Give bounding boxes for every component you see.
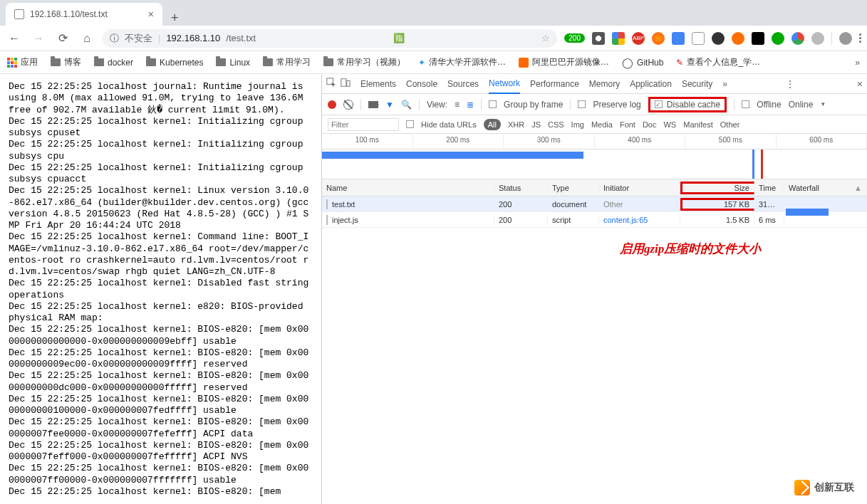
bookmark-item[interactable]: ✦清华大学开源软件… [418,56,506,68]
svg-rect-1 [341,79,346,87]
tab-console[interactable]: Console [406,75,437,93]
extension-icon[interactable]: ABP [632,32,645,45]
extension-icon[interactable] [732,32,744,45]
translate-icon[interactable]: 🈯 [393,33,405,43]
hide-urls-checkbox[interactable] [406,120,414,128]
menu-button[interactable] [859,33,861,43]
devtools-menu[interactable]: ⋮ [785,78,795,90]
chevron-down-icon[interactable]: ▼ [820,101,826,107]
view-small-icon[interactable]: ≣ [467,100,474,110]
network-filter-bar: Hide data URLs All XHR JS CSS Img Media … [322,115,867,134]
new-tab-button[interactable]: + [162,11,187,26]
extension-icon[interactable] [712,32,725,45]
bookmark-item[interactable]: ◯GitHub [622,57,663,68]
bookmark-item[interactable]: ✎查看个人信息_学… [676,56,760,68]
watermark-icon [794,480,810,495]
filter-img[interactable]: Img [571,120,584,129]
extensions: ABP [592,32,824,45]
devtools-close[interactable]: × [857,78,863,90]
bookmark-folder[interactable]: Kubernetes [146,58,203,68]
avatar[interactable] [839,32,852,45]
watermark: 创新互联 [794,480,854,495]
extension-icon[interactable] [592,32,605,45]
filter-doc[interactable]: Doc [643,120,657,129]
tab-sources[interactable]: Sources [447,75,479,93]
back-button[interactable]: ← [6,30,23,47]
record-button[interactable] [328,100,336,109]
filter-font[interactable]: Font [620,120,635,129]
tab-title: 192.168.1.10/test.txt [30,9,108,19]
tab-security[interactable]: Security [682,75,712,93]
filter-xhr[interactable]: XHR [508,120,524,129]
filter-media[interactable]: Media [591,120,613,129]
col-initiator[interactable]: Initiator [599,184,680,192]
device-toggle-icon[interactable] [341,78,351,90]
search-button[interactable]: 🔍 [401,100,412,110]
filter-manifest[interactable]: Manifest [683,120,713,129]
tabs-overflow[interactable]: » [722,79,727,89]
bookmark-folder[interactable]: Linux [216,58,250,68]
extension-icon[interactable] [692,32,705,45]
bookmark-folder[interactable]: docker [94,58,133,68]
url-path: /test.txt [226,33,256,43]
bookmark-folder[interactable]: 常用学习 [263,56,311,68]
table-header: Name Status Type Initiator Size Time Wat… [322,179,867,196]
filter-css[interactable]: CSS [548,120,564,129]
col-name[interactable]: Name [322,184,494,192]
bookmark-item[interactable]: 阿里巴巴开源镜像… [519,56,609,68]
browser-tab[interactable]: 192.168.1.10/test.txt × [6,3,162,26]
star-icon[interactable]: ☆ [541,33,550,43]
filter-input[interactable] [328,118,399,131]
extension-icon[interactable] [772,32,784,45]
screenshot-button[interactable] [368,101,378,108]
tab-application[interactable]: Application [630,75,672,93]
forward-button[interactable]: → [30,30,47,47]
bookmark-overflow[interactable]: » [855,58,860,68]
filter-other[interactable]: Other [720,120,740,129]
page-content: Dec 15 22:25:25 localhost journal: Runti… [0,74,322,504]
extension-icon[interactable] [652,32,665,45]
view-large-icon[interactable]: ≡ [455,100,460,110]
bookmark-folder[interactable]: 常用学习（视频） [323,56,405,68]
extension-icon[interactable] [791,32,804,45]
filter-all[interactable]: All [484,119,501,130]
info-icon: ⓘ [110,32,119,45]
col-size[interactable]: Size [680,182,754,194]
tab-strip: 192.168.1.10/test.txt × + [0,0,867,26]
close-icon[interactable]: × [148,9,154,20]
apps-button[interactable]: 应用 [7,56,38,68]
filter-ws[interactable]: WS [663,120,676,129]
bookmark-folder[interactable]: 博客 [51,56,81,68]
extension-icon[interactable] [672,32,685,45]
throttle-select[interactable]: Online [789,100,814,110]
tab-elements[interactable]: Elements [360,75,396,93]
clear-button[interactable] [343,100,353,110]
network-toolbar: ▼ 🔍 View: ≡ ≣ Group by frame Preserve lo… [322,94,867,115]
disable-cache-checkbox[interactable] [655,100,663,108]
tab-performance[interactable]: Performance [530,75,579,93]
offline-checkbox[interactable] [742,100,749,108]
col-waterfall[interactable]: Waterfall ▲ [784,184,867,192]
group-by-frame-checkbox[interactable] [489,100,497,108]
url-input[interactable]: ⓘ 不安全 | 192.168.1.10/test.txt 🈯 ☆ [103,29,557,48]
extension-icon[interactable] [811,32,824,45]
tab-memory[interactable]: Memory [589,75,620,93]
table-row[interactable]: test.txt 200 document Other 157 KB 31… [322,196,867,212]
timeline-overview[interactable] [322,149,867,179]
disable-cache-highlight: Disable cache [648,97,727,112]
inspect-icon[interactable] [326,78,336,90]
reload-button[interactable]: ⟳ [54,30,71,47]
timeline-ruler: 100 ms200 ms300 ms400 ms500 ms600 ms [322,134,867,149]
col-time[interactable]: Time [754,184,784,192]
home-button[interactable]: ⌂ [78,30,95,47]
file-icon [14,9,24,19]
extension-icon[interactable] [612,32,625,45]
filter-js[interactable]: JS [531,120,541,129]
statusbadge-extension-icon[interactable]: 200 [564,33,585,43]
filter-toggle[interactable]: ▼ [385,100,394,110]
col-type[interactable]: Type [548,184,599,192]
col-status[interactable]: Status [494,184,548,192]
preserve-log-checkbox[interactable] [578,100,586,108]
extension-icon[interactable] [752,32,764,45]
tab-network[interactable]: Network [489,74,520,94]
